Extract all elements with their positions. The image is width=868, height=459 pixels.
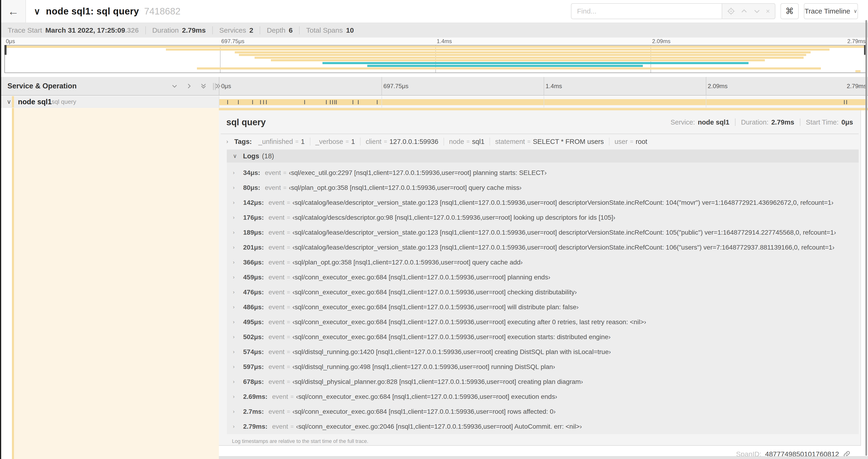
log-row[interactable]: ›34μs:event=‹sql/exec_util.go:2297 [nsql…: [227, 165, 859, 180]
log-marker[interactable]: [252, 100, 253, 104]
log-field-key: event: [269, 408, 285, 415]
collapse-one-icon[interactable]: [171, 83, 178, 90]
find-input[interactable]: [571, 3, 722, 19]
chevron-down-icon[interactable]: ∨: [34, 6, 40, 17]
chevron-right-icon[interactable]: ›: [233, 215, 243, 221]
chevron-right-icon[interactable]: ›: [233, 289, 243, 295]
log-message: ‹sql/conn_executor_exec.go:684 [nsql1,cl…: [292, 318, 646, 326]
chevron-down-icon[interactable]: [753, 7, 761, 15]
chevron-down-icon[interactable]: ∨: [7, 96, 11, 107]
tags-row[interactable]: › Tags: _unfinished=1_verbose=1client=12…: [219, 134, 861, 149]
summary-item: Trace StartMarch 31 2022, 17:25:09.326: [8, 26, 139, 34]
log-row[interactable]: ›486μs:event=‹sql/conn_executor_exec.go:…: [227, 300, 859, 315]
tag-item[interactable]: node=sql1: [449, 138, 485, 145]
chevron-right-icon[interactable]: ›: [233, 394, 243, 400]
keyboard-shortcuts-button[interactable]: ⌘: [780, 3, 799, 19]
span-name-cell[interactable]: ∨ node sql1 sql query: [1, 96, 219, 108]
tag-item[interactable]: statement=SELECT * FROM users: [495, 138, 603, 145]
log-row[interactable]: ›459μs:event=‹sql/conn_executor_exec.go:…: [227, 270, 859, 285]
back-button[interactable]: ←: [1, 0, 26, 23]
log-row[interactable]: ›502μs:event=‹sql/conn_executor_exec.go:…: [227, 330, 859, 345]
tag-item[interactable]: _verbose=1: [315, 138, 355, 145]
span-timeline-cell[interactable]: [219, 96, 868, 108]
chevron-right-icon[interactable]: ›: [233, 424, 243, 430]
minimap-canvas[interactable]: [4, 45, 866, 73]
chevron-right-icon[interactable]: ›: [233, 379, 243, 385]
log-marker[interactable]: [238, 100, 239, 104]
log-marker[interactable]: [334, 100, 335, 104]
log-row[interactable]: ›476μs:event=‹sql/conn_executor_exec.go:…: [227, 285, 859, 300]
log-marker[interactable]: [332, 100, 333, 104]
chevron-right-icon[interactable]: ›: [233, 334, 243, 340]
chevron-right-icon[interactable]: ›: [233, 259, 243, 265]
expand-one-icon[interactable]: [186, 83, 192, 90]
overview-label: Start Time:: [806, 119, 839, 126]
summary-item-value: 6: [289, 26, 293, 34]
service-name: node sql1: [18, 96, 52, 107]
ruler-gridline: [706, 77, 706, 95]
minimap-span-band: [5, 48, 866, 51]
chevron-right-icon[interactable]: ›: [233, 244, 243, 251]
log-marker[interactable]: [326, 100, 327, 104]
tag-item[interactable]: client=127.0.0.1:59936: [366, 138, 438, 145]
column-resizer[interactable]: [213, 83, 217, 90]
log-row[interactable]: ›80μs:event=‹sql/plan_opt.go:358 [nsql1,…: [227, 180, 859, 195]
viewport-left-handle[interactable]: [4, 45, 6, 55]
log-marker[interactable]: [336, 100, 337, 104]
trace-view-selector[interactable]: Trace Timeline ∨: [804, 3, 858, 19]
minimap-span-band: [5, 59, 866, 62]
log-marker[interactable]: [266, 100, 267, 104]
log-marker[interactable]: [304, 100, 305, 104]
locate-icon[interactable]: [727, 7, 735, 15]
chevron-right-icon[interactable]: ›: [233, 304, 243, 310]
log-field-key: event: [269, 318, 285, 326]
log-row[interactable]: ›142μs:event=‹sql/catalog/lease/descript…: [227, 195, 859, 210]
chevron-right-icon[interactable]: ›: [233, 349, 243, 355]
chevron-right-icon[interactable]: ›: [233, 319, 243, 325]
chevron-right-icon[interactable]: ›: [233, 364, 243, 370]
log-row[interactable]: ›201μs:event=‹sql/catalog/lease/descript…: [227, 240, 859, 255]
log-marker[interactable]: [263, 100, 264, 104]
log-row[interactable]: ›176μs:event=‹sql/catalog/descs/descript…: [227, 210, 859, 225]
log-marker[interactable]: [227, 100, 228, 104]
log-marker[interactable]: [377, 100, 377, 104]
equals-sign: =: [287, 259, 290, 266]
log-marker[interactable]: [846, 100, 847, 104]
chevron-right-icon[interactable]: ›: [233, 185, 243, 191]
log-message: ‹sql/catalog/lease/descriptor_version_st…: [292, 199, 834, 206]
span-duration-bar[interactable]: [219, 99, 867, 105]
chevron-right-icon[interactable]: ›: [233, 230, 243, 236]
logs-accordion: ∨ Logs (18) ›34μs:event=‹sql/exec_util.g…: [227, 150, 859, 446]
divider: [360, 138, 361, 145]
chevron-right-icon[interactable]: ›: [226, 138, 228, 145]
log-row[interactable]: ›366μs:event=‹sql/plan_opt.go:358 [nsql1…: [227, 255, 859, 270]
log-marker[interactable]: [330, 100, 331, 104]
log-marker[interactable]: [358, 100, 359, 104]
log-row[interactable]: ›495μs:event=‹sql/conn_executor_exec.go:…: [227, 315, 859, 330]
tag-item[interactable]: user=root: [615, 138, 647, 145]
log-row[interactable]: ›678μs:event=‹sql/distsql_physical_plann…: [227, 374, 859, 389]
log-message: ‹sql/plan_opt.go:358 [nsql1,client=127.0…: [292, 259, 523, 266]
chevron-right-icon[interactable]: ›: [233, 170, 243, 176]
log-row[interactable]: ›2.7ms:event=‹sql/conn_executor_exec.go:…: [227, 404, 859, 419]
log-row[interactable]: ›574μs:event=‹sql/distsql_running.go:142…: [227, 345, 859, 359]
log-row[interactable]: ›189μs:event=‹sql/catalog/lease/descript…: [227, 225, 859, 240]
collapse-all-icon[interactable]: [200, 83, 207, 90]
tags-label: Tags:: [234, 138, 252, 145]
minimap-tick-label: 0μs: [6, 38, 15, 44]
log-row[interactable]: ›2.79ms:event=‹sql/conn_executor_exec.go…: [227, 419, 859, 434]
vertical-scrollbar[interactable]: [865, 20, 867, 456]
log-marker[interactable]: [352, 100, 353, 104]
log-row[interactable]: ›2.69ms:event=‹sql/conn_executor_exec.go…: [227, 389, 859, 404]
clear-search-icon[interactable]: ×: [766, 8, 770, 15]
equals-sign: =: [287, 214, 290, 221]
logs-header[interactable]: ∨ Logs (18): [227, 150, 859, 163]
log-row[interactable]: ›597μs:event=‹sql/distsql_running.go:498…: [227, 359, 859, 374]
chevron-up-icon[interactable]: [740, 7, 748, 15]
log-marker[interactable]: [260, 100, 261, 104]
chevron-right-icon[interactable]: ›: [233, 408, 243, 415]
log-marker[interactable]: [844, 100, 845, 104]
tag-item[interactable]: _unfinished=1: [258, 138, 305, 145]
chevron-right-icon[interactable]: ›: [233, 274, 243, 280]
chevron-right-icon[interactable]: ›: [233, 200, 243, 206]
